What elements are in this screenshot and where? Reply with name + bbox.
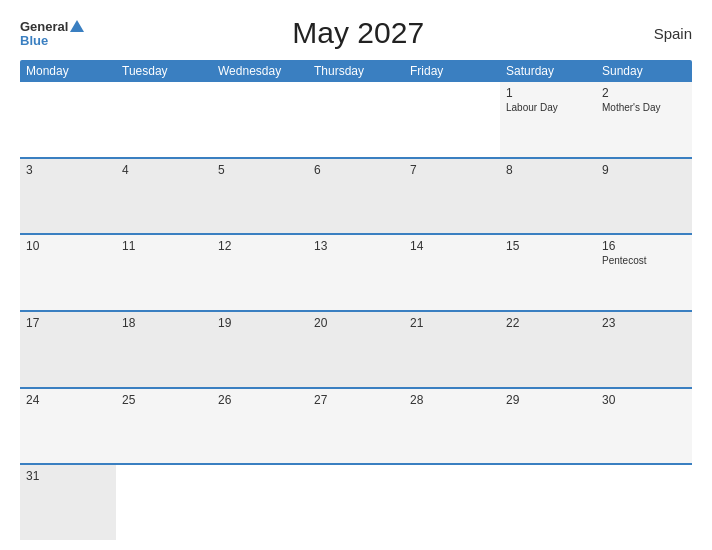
week-6: 31 xyxy=(20,463,692,540)
day-cell xyxy=(212,82,308,157)
day-cell: 27 xyxy=(308,389,404,464)
day-number: 10 xyxy=(26,239,110,253)
day-number: 24 xyxy=(26,393,110,407)
day-event: Mother's Day xyxy=(602,102,686,113)
header-monday: Monday xyxy=(20,60,116,82)
day-cell xyxy=(116,465,212,540)
logo-triangle-icon xyxy=(70,20,84,32)
weeks: 1Labour Day2Mother's Day3456789101112131… xyxy=(20,82,692,540)
day-number: 20 xyxy=(314,316,398,330)
day-number: 12 xyxy=(218,239,302,253)
day-number: 2 xyxy=(602,86,686,100)
day-number: 13 xyxy=(314,239,398,253)
day-event: Labour Day xyxy=(506,102,590,113)
day-cell: 8 xyxy=(500,159,596,234)
day-headers: Monday Tuesday Wednesday Thursday Friday… xyxy=(20,60,692,82)
header: General Blue May 2027 Spain xyxy=(20,16,692,50)
day-cell: 23 xyxy=(596,312,692,387)
day-number: 5 xyxy=(218,163,302,177)
day-cell: 7 xyxy=(404,159,500,234)
day-cell xyxy=(404,465,500,540)
day-cell xyxy=(308,82,404,157)
day-cell: 1Labour Day xyxy=(500,82,596,157)
day-number: 19 xyxy=(218,316,302,330)
day-number: 14 xyxy=(410,239,494,253)
day-cell: 30 xyxy=(596,389,692,464)
day-number: 9 xyxy=(602,163,686,177)
day-cell xyxy=(404,82,500,157)
day-cell: 15 xyxy=(500,235,596,310)
day-number: 26 xyxy=(218,393,302,407)
day-number: 1 xyxy=(506,86,590,100)
day-cell xyxy=(500,465,596,540)
day-number: 21 xyxy=(410,316,494,330)
week-1: 1Labour Day2Mother's Day xyxy=(20,82,692,157)
day-cell xyxy=(20,82,116,157)
day-event: Pentecost xyxy=(602,255,686,266)
day-cell: 20 xyxy=(308,312,404,387)
day-number: 29 xyxy=(506,393,590,407)
day-number: 31 xyxy=(26,469,110,483)
week-4: 17181920212223 xyxy=(20,310,692,387)
logo-blue-text: Blue xyxy=(20,34,84,47)
day-cell: 26 xyxy=(212,389,308,464)
day-cell: 14 xyxy=(404,235,500,310)
day-cell: 18 xyxy=(116,312,212,387)
logo-general-text: General xyxy=(20,20,68,33)
logo-block: General Blue xyxy=(20,20,84,47)
day-cell: 2Mother's Day xyxy=(596,82,692,157)
calendar: Monday Tuesday Wednesday Thursday Friday… xyxy=(20,60,692,540)
calendar-page: General Blue May 2027 Spain Monday Tuesd… xyxy=(0,0,712,550)
day-cell: 25 xyxy=(116,389,212,464)
day-cell: 5 xyxy=(212,159,308,234)
day-number: 22 xyxy=(506,316,590,330)
day-cell: 9 xyxy=(596,159,692,234)
day-number: 18 xyxy=(122,316,206,330)
day-cell: 16Pentecost xyxy=(596,235,692,310)
day-cell: 13 xyxy=(308,235,404,310)
day-cell xyxy=(596,465,692,540)
header-tuesday: Tuesday xyxy=(116,60,212,82)
day-cell: 24 xyxy=(20,389,116,464)
header-thursday: Thursday xyxy=(308,60,404,82)
day-number: 4 xyxy=(122,163,206,177)
day-number: 28 xyxy=(410,393,494,407)
day-cell: 17 xyxy=(20,312,116,387)
day-number: 6 xyxy=(314,163,398,177)
day-number: 7 xyxy=(410,163,494,177)
day-cell: 31 xyxy=(20,465,116,540)
day-number: 30 xyxy=(602,393,686,407)
day-cell: 28 xyxy=(404,389,500,464)
day-cell xyxy=(116,82,212,157)
day-cell: 22 xyxy=(500,312,596,387)
week-5: 24252627282930 xyxy=(20,387,692,464)
day-cell: 21 xyxy=(404,312,500,387)
day-cell xyxy=(308,465,404,540)
day-cell: 12 xyxy=(212,235,308,310)
day-cell xyxy=(212,465,308,540)
day-number: 15 xyxy=(506,239,590,253)
day-number: 8 xyxy=(506,163,590,177)
day-number: 25 xyxy=(122,393,206,407)
country-label: Spain xyxy=(632,25,692,42)
header-wednesday: Wednesday xyxy=(212,60,308,82)
header-saturday: Saturday xyxy=(500,60,596,82)
day-number: 3 xyxy=(26,163,110,177)
day-number: 16 xyxy=(602,239,686,253)
day-number: 27 xyxy=(314,393,398,407)
day-cell: 4 xyxy=(116,159,212,234)
logo-top-row: General xyxy=(20,20,84,34)
day-cell: 11 xyxy=(116,235,212,310)
calendar-title: May 2027 xyxy=(84,16,632,50)
day-cell: 29 xyxy=(500,389,596,464)
day-number: 17 xyxy=(26,316,110,330)
day-cell: 19 xyxy=(212,312,308,387)
week-2: 3456789 xyxy=(20,157,692,234)
day-cell: 3 xyxy=(20,159,116,234)
day-number: 11 xyxy=(122,239,206,253)
day-cell: 10 xyxy=(20,235,116,310)
day-cell: 6 xyxy=(308,159,404,234)
header-sunday: Sunday xyxy=(596,60,692,82)
week-3: 10111213141516Pentecost xyxy=(20,233,692,310)
logo: General Blue xyxy=(20,20,84,47)
